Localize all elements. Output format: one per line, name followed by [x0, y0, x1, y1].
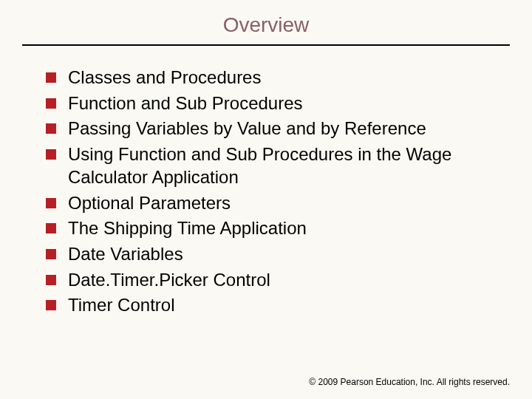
list-item-text: Date.Timer.Picker Control	[68, 269, 270, 292]
list-item: The Shipping Time Application	[46, 217, 502, 240]
list-item-text: Using Function and Sub Procedures in the…	[68, 143, 502, 188]
square-bullet-icon	[46, 249, 56, 259]
list-item: Timer Control	[46, 294, 502, 317]
square-bullet-icon	[46, 123, 56, 134]
list-item: Date.Timer.Picker Control	[46, 269, 502, 292]
bullet-list: Classes and Procedures Function and Sub …	[0, 46, 532, 317]
title-area: Overview	[0, 0, 532, 37]
square-bullet-icon	[46, 223, 56, 233]
list-item-text: Date Variables	[68, 243, 183, 266]
square-bullet-icon	[46, 275, 56, 285]
list-item: Function and Sub Procedures	[46, 92, 502, 115]
list-item-text: Timer Control	[68, 294, 174, 317]
list-item: Classes and Procedures	[46, 66, 502, 89]
list-item-text: The Shipping Time Application	[68, 217, 307, 240]
square-bullet-icon	[46, 198, 56, 208]
list-item-text: Optional Parameters	[68, 192, 231, 215]
list-item-text: Passing Variables by Value and by Refere…	[68, 117, 426, 140]
list-item: Optional Parameters	[46, 192, 502, 215]
list-item-text: Function and Sub Procedures	[68, 92, 303, 115]
list-item-text: Classes and Procedures	[68, 66, 261, 89]
square-bullet-icon	[46, 72, 56, 83]
square-bullet-icon	[46, 149, 56, 160]
square-bullet-icon	[46, 300, 56, 310]
copyright-icon: ©	[309, 377, 316, 387]
footer: © 2009 Pearson Education, Inc. All right…	[309, 377, 510, 387]
footer-text: 2009 Pearson Education, Inc. All rights …	[318, 377, 510, 387]
slide: Overview Classes and Procedures Function…	[0, 0, 532, 399]
square-bullet-icon	[46, 98, 56, 109]
list-item: Using Function and Sub Procedures in the…	[46, 143, 502, 188]
list-item: Date Variables	[46, 243, 502, 266]
slide-title: Overview	[0, 13, 532, 37]
list-item: Passing Variables by Value and by Refere…	[46, 117, 502, 140]
